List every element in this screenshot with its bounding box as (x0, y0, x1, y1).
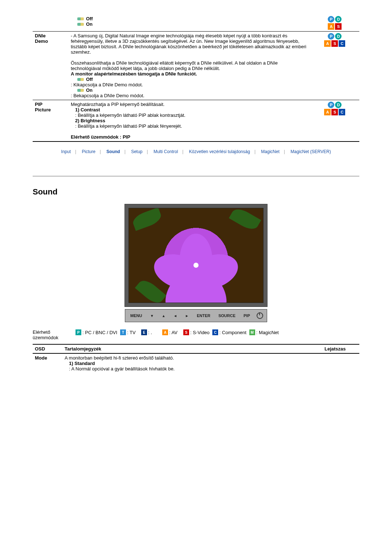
mode-c-icon: C (339, 109, 345, 115)
pip-brightness-desc: : Beállítja a képernyőn látható PIP abla… (71, 123, 308, 129)
mode-m-text: : MagicNet (256, 330, 279, 335)
mode-t-icon: T (120, 329, 126, 335)
tab-sound[interactable]: Sound (104, 149, 122, 154)
tab-multi-control[interactable]: Multi Control (151, 149, 180, 154)
mode-standard-desc: : A Normál opcióval a gyár beállítások h… (65, 366, 320, 372)
dnie-off-desc: : Kikapcsolja a DNIe Demo módot. (71, 82, 308, 87)
mode-a-text: : AV (169, 330, 177, 335)
mode-a-icon: A (162, 329, 168, 335)
mode-s-icon: S (183, 329, 189, 335)
section-tabs: Input| Picture| Sound| Setup| Multi Cont… (33, 142, 359, 161)
osd-header-osd: OSD (33, 344, 62, 353)
mode-e-text: : . (148, 330, 152, 335)
option-off-label: Off (86, 16, 93, 21)
row-dnie-label: DNIe (35, 33, 46, 38)
mode-icons: PD ASC (313, 102, 357, 115)
tab-setup[interactable]: Setup (129, 149, 144, 154)
option-off: Off (71, 16, 308, 21)
row-dnie-label2: Demo (35, 38, 48, 44)
right-button[interactable]: ► (184, 314, 190, 318)
mode-p-icon: P (328, 102, 334, 108)
mode-d-icon: D (335, 16, 342, 22)
option-on-label: On (86, 21, 93, 27)
pip-contrast-head: 1) Contrast (71, 107, 308, 112)
mode-t-text: : TV (127, 330, 136, 335)
modes-label1: Elérhető (33, 329, 50, 335)
mode-c-text: : Component (219, 330, 246, 335)
mode-icons: PD AS (313, 16, 357, 30)
available-modes-legend: Elérhető üzemmódok P: PC / BNC / DVI T: … (33, 322, 359, 344)
mode-standard-head: 1) Standard (65, 361, 320, 366)
pip-available-modes: Elérhető üzemmódok : PIP (71, 134, 308, 140)
option-marker-icon (77, 23, 84, 26)
mode-a-icon: A (324, 40, 331, 47)
mode-p-icon: P (75, 329, 81, 335)
osd-row-mode: Mode (33, 353, 62, 373)
dnie-on-label: On (86, 87, 93, 93)
mode-p-icon: P (328, 16, 334, 22)
option-marker-icon (77, 89, 84, 92)
mode-s-icon: S (331, 109, 338, 115)
dnie-off: Off (71, 77, 308, 82)
monitor-control-bar: MENU ▼ ▲ ◄ ► ENTER SOURCE PIP (125, 309, 267, 322)
pip-button[interactable]: PIP (242, 313, 252, 318)
mode-s-icon: S (335, 23, 342, 30)
mode-icons: PD ASC (313, 33, 357, 47)
dnie-on-desc: : Bekapcsolja a DNIe Demo módot. (71, 93, 308, 98)
tab-picture[interactable]: Picture (80, 149, 98, 154)
dnie-para1: - A Samsung új, Digital Natural Image en… (71, 33, 308, 55)
row-pip-label2: Picture (35, 107, 51, 112)
mode-p-text: : PC / BNC / DVI (82, 330, 117, 335)
option-on: On (71, 21, 308, 27)
mode-a-icon: A (324, 109, 331, 115)
tab-direct-control[interactable]: Közvetlen vezérlési tulajdonság (187, 149, 252, 154)
mode-s-icon: S (331, 40, 338, 47)
mode-c-icon: C (212, 329, 218, 335)
mode-p-icon: P (328, 33, 334, 40)
down-button[interactable]: ▼ (149, 314, 155, 318)
enter-button[interactable]: ENTER (195, 313, 212, 318)
dnie-off-label: Off (86, 77, 93, 82)
power-button-icon[interactable] (257, 312, 263, 319)
osd-header-toc: Tartalomjegyzék (62, 344, 322, 353)
dnie-on: On (71, 87, 308, 93)
osd-header-play: Lejatszas (322, 344, 359, 353)
left-button[interactable]: ◄ (172, 314, 179, 318)
row-pip-label: PIP (35, 102, 42, 107)
pip-intro: Meghatározhatja a PIP képernyő beállítás… (71, 102, 308, 107)
up-button[interactable]: ▲ (160, 314, 167, 318)
divider (33, 176, 359, 176)
modes-label2: üzemmódok (33, 335, 58, 340)
monitor-illustration: MENU ▼ ▲ ◄ ► ENTER SOURCE PIP (33, 204, 359, 322)
source-button[interactable]: SOURCE (217, 313, 237, 318)
mode-d-icon: D (335, 33, 342, 40)
mode-d-icon: D (335, 102, 342, 108)
option-marker-icon (77, 78, 84, 81)
mode-e-icon: E (141, 329, 147, 335)
dnie-default-note: A monitor alapértelmezésben támogatja a … (71, 71, 308, 77)
pip-contrast-desc: : Beállítja a képernyőn látható PIP abla… (71, 112, 308, 118)
mode-a-icon: A (328, 23, 334, 30)
menu-button[interactable]: MENU (129, 313, 143, 318)
mode-c-icon: C (339, 40, 345, 47)
tab-input[interactable]: Input (59, 149, 73, 154)
mode-intro: A monitorban beépített hi-fi sztereó erő… (65, 355, 320, 361)
mode-m-icon: M (249, 329, 255, 335)
tab-magicnet-server[interactable]: MagicNet (SERVER) (289, 149, 333, 154)
tab-magicnet[interactable]: MagicNet (259, 149, 282, 154)
dnie-para2: Összehasonlíthatja a DNIe technológiával… (71, 60, 308, 71)
sound-section-title: Sound (33, 187, 359, 197)
osd-table: OSD Tartalomjegyzék Lejatszas Mode A mon… (33, 344, 359, 373)
pip-brightness-head: 2) Brightness (71, 118, 308, 123)
picture-settings-table: Off On PD AS DNIe Demo - A Samsung új, D… (33, 15, 359, 142)
mode-s-text: : S-Video (190, 330, 209, 335)
option-marker-icon (77, 17, 84, 20)
